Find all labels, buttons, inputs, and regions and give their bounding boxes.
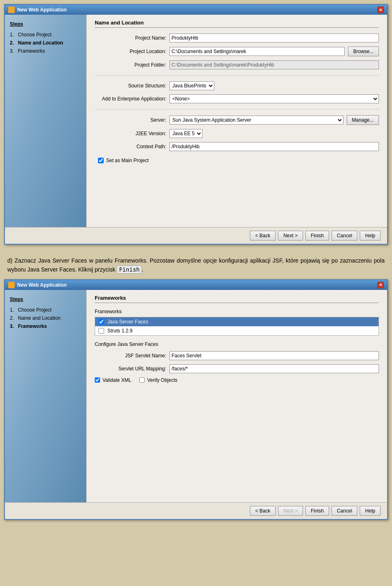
next-button-2[interactable]: Next > (278, 506, 303, 516)
jsf-servlet-name-row: JSF Servlet Name: (95, 351, 379, 360)
server-select[interactable]: Sun Java System Application Server (169, 116, 343, 125)
validate-row: Validate XML Verify Objects (95, 377, 379, 383)
steps-heading-2: Steps (10, 296, 81, 302)
j2ee-row: J2EE Version: Java EE 5 (95, 129, 379, 138)
steps-list-1: 1. Choose Project 2. Name and Location 3… (10, 32, 81, 54)
context-path-input[interactable] (169, 142, 379, 151)
help-button-1[interactable]: Help (360, 231, 381, 241)
project-name-label: Project Name: (95, 35, 166, 41)
validate-xml-label: Validate XML (102, 377, 131, 383)
enterprise-app-select[interactable]: <None> (169, 94, 379, 103)
enterprise-app-label: Add to Enterprise Application: (95, 96, 166, 102)
back-button-2[interactable]: < Back (250, 506, 276, 516)
struts-label: Struts 1.2.9 (107, 328, 132, 334)
window-icon (8, 7, 15, 13)
instruction-text: d) Zaznacz Java Server Faces w panelu Fr… (4, 251, 388, 279)
steps-list-2: 1. Choose Project 2. Name and Location 3… (10, 307, 81, 329)
project-folder-input (169, 60, 379, 69)
context-path-label: Context Path: (95, 144, 166, 149)
step-2-name-location: 2. Name and Location (10, 40, 81, 46)
source-structure-row: Source Structure: Java BluePrints (95, 81, 379, 90)
cancel-button-1[interactable]: Cancel (332, 231, 357, 241)
jsf-label: Java Server Faces (107, 319, 148, 325)
dialog-1-titlebar: New Web Application ✕ (5, 5, 387, 15)
dialog-1-footer: < Back Next > Finish Cancel Help (5, 227, 387, 244)
back-button-1[interactable]: < Back (250, 231, 276, 241)
section-title-1: Name and Location (95, 20, 379, 28)
project-folder-label: Project Folder: (95, 62, 166, 68)
finish-button-2[interactable]: Finish (305, 506, 329, 516)
jsf-servlet-name-label: JSF Servlet Name: (95, 353, 166, 359)
manage-button[interactable]: Manage... (347, 115, 379, 125)
project-name-input[interactable] (169, 33, 379, 42)
source-structure-select[interactable]: Java BluePrints (169, 81, 214, 90)
verify-objects-checkbox[interactable] (139, 377, 145, 383)
framework-jsf[interactable]: Java Server Faces (95, 317, 379, 326)
set-main-row: Set as Main Project (98, 158, 379, 163)
enterprise-app-row: Add to Enterprise Application: <None> (95, 94, 379, 103)
struts-checkbox[interactable] (98, 328, 104, 334)
dialog-1: New Web Application ✕ Steps 1. Choose Pr… (4, 4, 388, 245)
steps-heading-1: Steps (10, 21, 81, 27)
project-location-label: Project Location: (95, 49, 166, 54)
set-main-checkbox[interactable] (98, 158, 104, 163)
j2ee-select[interactable]: Java EE 5 (169, 129, 203, 138)
dialog-2-footer: < Back Next > Finish Cancel Help (5, 502, 387, 519)
server-label: Server: (95, 117, 166, 123)
window-icon-2 (8, 282, 15, 288)
cancel-button-2[interactable]: Cancel (332, 506, 357, 516)
step2-1-choose-project: 1. Choose Project (10, 307, 81, 313)
verify-objects-item: Verify Objects (139, 377, 177, 383)
dialog-2-titlebar: New Web Application ✕ (5, 280, 387, 290)
validate-xml-item: Validate XML (95, 377, 131, 383)
validate-xml-checkbox[interactable] (95, 377, 100, 383)
dialog-2: New Web Application ✕ Steps 1. Choose Pr… (4, 279, 388, 520)
instruction-part-2: . (142, 266, 143, 273)
servlet-url-mapping-label: Servlet URL Mapping: (95, 366, 166, 372)
next-button-1[interactable]: Next > (278, 231, 303, 241)
close-button-2[interactable]: ✕ (377, 282, 384, 288)
browse-button[interactable]: Browse... (348, 47, 379, 56)
verify-objects-label: Verify Objects (147, 377, 177, 383)
configure-label: Configure Java Server Faces (95, 341, 379, 347)
steps-panel-2: Steps 1. Choose Project 2. Name and Loca… (5, 290, 87, 502)
dialog-1-title: New Web Application (17, 7, 67, 13)
section-title-2: Frameworks (95, 295, 379, 303)
steps-panel-1: Steps 1. Choose Project 2. Name and Loca… (5, 15, 87, 227)
frameworks-box: Java Server Faces Struts 1.2.9 (95, 317, 379, 336)
project-location-row: Project Location: Browse... (95, 47, 379, 56)
source-structure-label: Source Structure: (95, 83, 166, 89)
step-1-choose-project: 1. Choose Project (10, 32, 81, 38)
jsf-servlet-name-input[interactable] (169, 351, 379, 360)
servlet-url-mapping-input[interactable] (169, 364, 379, 373)
set-main-label: Set as Main Project (106, 158, 149, 163)
dialog-2-main: Frameworks Frameworks Java Server Faces … (87, 290, 387, 502)
j2ee-label: J2EE Version: (95, 131, 166, 136)
finish-highlight: Finish (117, 265, 142, 274)
project-folder-row: Project Folder: (95, 60, 379, 69)
jsf-checkbox[interactable] (98, 319, 104, 325)
finish-button-1[interactable]: Finish (305, 231, 329, 241)
step2-3-frameworks: 3. Frameworks (10, 323, 81, 329)
step2-2-name-location: 2. Name and Location (10, 315, 81, 321)
servlet-url-mapping-row: Servlet URL Mapping: (95, 364, 379, 373)
context-path-row: Context Path: (95, 142, 379, 151)
help-button-2[interactable]: Help (360, 506, 381, 516)
server-row: Server: Sun Java System Application Serv… (95, 115, 379, 125)
dialog-1-main: Name and Location Project Name: Project … (87, 15, 387, 227)
instruction-part-1: d) Zaznacz Java Server Faces w panelu Fr… (7, 257, 385, 273)
project-location-input[interactable] (169, 47, 345, 56)
dialog-2-body: Steps 1. Choose Project 2. Name and Loca… (5, 290, 387, 502)
frameworks-label: Frameworks (95, 309, 379, 314)
close-button[interactable]: ✕ (377, 7, 384, 13)
step-3-frameworks: 3. Frameworks (10, 48, 81, 54)
dialog-2-title: New Web Application (17, 282, 67, 288)
dialog-1-body: Steps 1. Choose Project 2. Name and Loca… (5, 15, 387, 227)
framework-struts[interactable]: Struts 1.2.9 (95, 326, 379, 335)
project-name-row: Project Name: (95, 33, 379, 42)
